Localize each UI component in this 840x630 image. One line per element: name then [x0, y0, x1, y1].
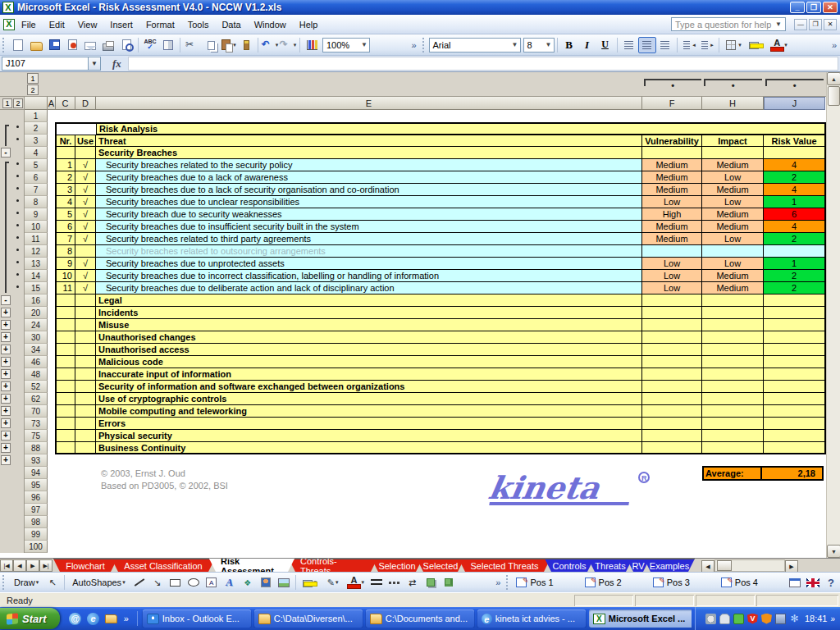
header-vulnerability-cell[interactable]: Vulnerability	[642, 135, 702, 147]
risk-value-cell[interactable]: 4	[764, 221, 825, 233]
category-f-cell[interactable]	[642, 381, 702, 393]
category-label-cell[interactable]: Business Continuity	[96, 442, 642, 454]
vulnerability-cell[interactable]: Medium	[642, 233, 702, 245]
category-nr-cell[interactable]	[56, 381, 75, 393]
column-header-j[interactable]: J	[764, 97, 825, 110]
category-h-cell[interactable]	[702, 418, 764, 430]
vulnerability-cell[interactable]: High	[642, 208, 702, 221]
risk-value-cell[interactable]: 2	[764, 282, 825, 294]
impact-cell[interactable]: Medium	[702, 221, 764, 233]
vulnerability-cell[interactable]: Medium	[642, 171, 702, 184]
category-nr-cell[interactable]	[56, 405, 75, 418]
column-header-h[interactable]: H	[702, 97, 764, 110]
category-f-cell[interactable]	[642, 442, 702, 454]
font-size-combobox[interactable]: 8▼	[523, 38, 555, 52]
expand-outline-button[interactable]: +	[1, 406, 11, 416]
vulnerability-cell[interactable]	[642, 245, 702, 258]
insert-picture-button[interactable]	[275, 574, 293, 591]
row-header-11[interactable]: 11	[25, 233, 48, 245]
category-j-cell[interactable]	[764, 319, 825, 331]
category-nr-cell[interactable]	[56, 331, 75, 344]
row-header-3[interactable]: 3	[25, 135, 48, 147]
format-toolbar-options-icon[interactable]: »	[829, 40, 840, 50]
category-use-cell[interactable]	[75, 319, 96, 331]
cell-a[interactable]	[48, 270, 56, 282]
expand-outline-button[interactable]: +	[1, 357, 11, 367]
workbook-restore-button[interactable]: ❐	[809, 19, 822, 30]
menu-tools[interactable]: Tools	[181, 17, 216, 32]
category-label-cell[interactable]: Inaccurate input of information	[96, 368, 642, 381]
last-sheet-button[interactable]: ▶|	[39, 559, 52, 572]
row-header-93[interactable]: 93	[25, 454, 48, 467]
taskbar-button-c-data-diversen[interactable]: C:\Data\Diversen\...	[254, 609, 363, 628]
row-header-5[interactable]: 5	[25, 159, 48, 171]
use-checkmark-cell[interactable]: √	[75, 270, 96, 282]
category-label-cell[interactable]: Physical security	[96, 430, 642, 442]
category-nr-cell[interactable]	[56, 442, 75, 454]
impact-cell[interactable]: Medium	[702, 282, 764, 294]
nr-cell[interactable]: 2	[56, 171, 75, 184]
risk-value-cell[interactable]: 6	[764, 208, 825, 221]
category-nr-cell[interactable]	[56, 307, 75, 319]
sheet-tab-controls-threats[interactable]: Controls-Threats	[289, 559, 377, 572]
column-header-f[interactable]: F	[642, 97, 702, 110]
category-use-cell[interactable]	[75, 405, 96, 418]
bold-button[interactable]: B	[560, 37, 578, 53]
sheet-tab-risk-assessment[interactable]: Risk Assessment	[209, 559, 294, 572]
category-nr-cell[interactable]	[56, 393, 75, 405]
row-header-2[interactable]: 2	[25, 122, 48, 135]
use-checkmark-cell[interactable]: √	[75, 282, 96, 294]
threat-cell[interactable]: Security breaches due to insufficient se…	[96, 221, 642, 233]
category-use-cell[interactable]	[75, 307, 96, 319]
category-nr-cell[interactable]	[56, 368, 75, 381]
rectangle-button[interactable]	[167, 574, 185, 591]
sheet-tab-selected[interactable]: Selected	[417, 559, 464, 572]
underline-button[interactable]: U	[596, 37, 614, 53]
vulnerability-cell[interactable]: Low	[642, 258, 702, 270]
expand-outline-button[interactable]: +	[1, 369, 11, 379]
category-f-cell[interactable]	[642, 356, 702, 368]
category-use-cell[interactable]	[75, 442, 96, 454]
cell-spacer[interactable]	[56, 122, 96, 135]
cell-a[interactable]	[48, 184, 56, 196]
impact-cell[interactable]: Low	[702, 233, 764, 245]
category-nr-cell[interactable]	[56, 294, 75, 307]
cell-a[interactable]	[48, 405, 56, 418]
category-use-cell[interactable]	[75, 344, 96, 356]
section-nr-cell[interactable]	[56, 147, 75, 159]
drawing-toolbar-grip[interactable]	[2, 575, 7, 590]
row-header-70[interactable]: 70	[25, 405, 48, 418]
cell-a[interactable]	[48, 122, 56, 135]
nr-cell[interactable]: 5	[56, 208, 75, 221]
expand-outline-button[interactable]: +	[1, 394, 11, 404]
category-j-cell[interactable]	[764, 331, 825, 344]
cell-a[interactable]	[48, 393, 56, 405]
minimize-button[interactable]: _	[790, 2, 805, 13]
category-f-cell[interactable]	[642, 430, 702, 442]
cell-a[interactable]	[48, 245, 56, 258]
clip-art-button[interactable]	[257, 574, 275, 591]
use-checkmark-cell[interactable]: √	[75, 221, 96, 233]
select-objects-button[interactable]: ↖	[43, 574, 62, 591]
name-box-dropdown-icon[interactable]: ▼	[89, 57, 101, 71]
sheet-tab-selected-threats[interactable]: Selected Threats	[459, 559, 550, 572]
name-box[interactable]: J107	[2, 57, 89, 71]
cell-a[interactable]	[48, 307, 56, 319]
category-label-cell[interactable]: Mobile computing and teleworking	[96, 405, 642, 418]
impact-cell[interactable]: Low	[702, 171, 764, 184]
expand-outline-button[interactable]: +	[1, 345, 11, 354]
category-nr-cell[interactable]	[56, 418, 75, 430]
category-label-cell[interactable]: Use of cryptographic controls	[96, 393, 642, 405]
threat-cell[interactable]: Security breaches due to deliberate acti…	[96, 282, 642, 294]
align-center-button[interactable]	[638, 37, 656, 53]
risk-value-cell[interactable]: 4	[764, 184, 825, 196]
menu-window[interactable]: Window	[248, 17, 293, 32]
category-use-cell[interactable]	[75, 294, 96, 307]
section-use-cell[interactable]	[75, 147, 96, 159]
cell-a[interactable]	[48, 430, 56, 442]
risk-value-cell[interactable]: 2	[764, 171, 825, 184]
pointing-device-icon[interactable]	[719, 614, 730, 624]
wordart-button[interactable]: A	[221, 574, 239, 591]
category-use-cell[interactable]	[75, 393, 96, 405]
vulnerability-cell[interactable]: Low	[642, 270, 702, 282]
